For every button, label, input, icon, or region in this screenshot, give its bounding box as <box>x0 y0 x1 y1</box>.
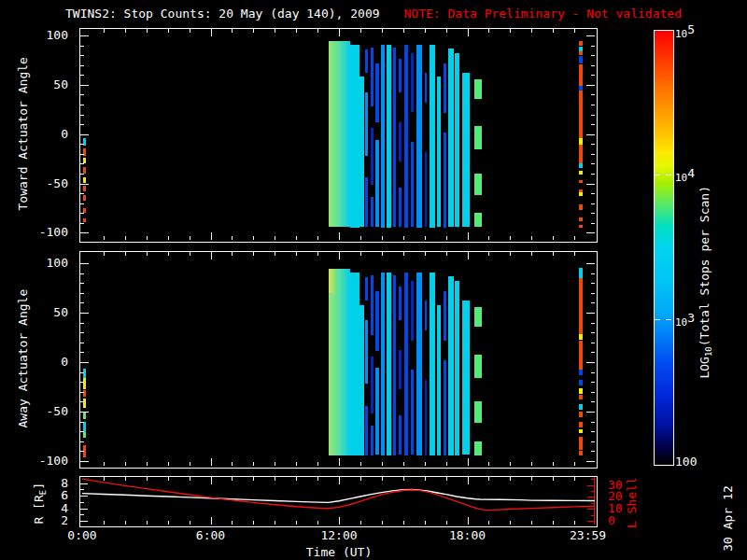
y-tick <box>80 94 84 95</box>
spectrogram-stripe <box>387 45 391 228</box>
spectrogram-stripe <box>371 197 374 227</box>
spectrogram-stripe <box>437 305 441 455</box>
angle-tick-label: -50 <box>47 404 68 418</box>
x-tick <box>403 252 404 256</box>
angle-tick-label: 50 <box>53 77 68 91</box>
y-tick <box>80 124 84 125</box>
y-tick <box>80 382 84 383</box>
y-tick <box>591 401 595 402</box>
x-tick <box>253 252 254 256</box>
x-tick <box>147 29 148 33</box>
spectrogram-block <box>329 269 336 292</box>
x-tick <box>275 29 275 33</box>
spectrogram-stripe <box>83 369 86 378</box>
y-tick <box>80 55 84 56</box>
spectrogram-stripe <box>430 45 435 228</box>
angle-tick-label: 0 <box>61 127 68 141</box>
spectrogram-stripe <box>579 217 583 221</box>
spectrogram-stripe <box>579 225 583 228</box>
y-tick <box>591 451 595 452</box>
y-tick <box>80 401 84 402</box>
y-tick <box>591 441 595 442</box>
y-tick <box>591 422 595 423</box>
spectrogram-stripe <box>83 186 86 191</box>
colorbar <box>654 30 674 466</box>
y-tick <box>591 65 595 66</box>
y-tick <box>80 46 84 47</box>
spectrogram-stripe <box>359 77 364 227</box>
x-tick <box>468 232 469 240</box>
y-tick <box>591 94 595 95</box>
spectrogram-stripe <box>462 301 470 455</box>
y-tick <box>80 85 89 86</box>
y-tick <box>80 362 89 363</box>
spectrogram-stripe <box>411 142 414 227</box>
y-tick <box>80 313 89 314</box>
l-tick-label: 0 <box>608 513 615 527</box>
x-tick <box>382 29 383 33</box>
colorbar-axis-label: LOG10(Total Stops per Scan) <box>698 182 717 382</box>
spectrogram-stripe <box>579 395 583 399</box>
x-tick <box>232 236 233 240</box>
spectrogram-stripe <box>474 213 482 227</box>
spectrogram-stripe <box>371 426 374 455</box>
y-tick <box>80 343 84 343</box>
x-tick <box>125 29 126 33</box>
y-tick <box>591 293 595 294</box>
spectrogram-stripe <box>579 404 583 410</box>
x-tick <box>553 236 554 240</box>
spectrogram-stripe <box>579 278 583 334</box>
spectrogram-stripe <box>430 273 435 455</box>
angle-tick-label: 100 <box>47 28 68 42</box>
spectrogram-stripe <box>365 320 368 384</box>
y-tick <box>80 422 84 423</box>
x-tick <box>104 29 105 33</box>
spectrogram-stripe <box>365 177 368 227</box>
angle-tick-label: -100 <box>39 454 68 468</box>
l-shell-axis-label: L Shell <box>625 475 639 531</box>
y-tick <box>80 392 84 393</box>
x-tick <box>510 29 511 33</box>
y-tick <box>80 283 84 284</box>
spectrogram-stripe <box>371 357 374 413</box>
spectrogram-stripe <box>579 412 583 417</box>
y-tick <box>591 203 595 204</box>
spectrogram-stripe <box>399 350 402 389</box>
spectrogram-stripe <box>393 48 396 227</box>
y-tick <box>586 313 595 314</box>
colorbar-tick <box>655 175 660 175</box>
spectrogram-stripe <box>579 64 583 86</box>
y-tick <box>591 352 595 353</box>
spectrogram-stripe <box>455 53 459 227</box>
spectrogram-stripe <box>444 133 446 228</box>
spectrogram-stripe <box>474 174 482 195</box>
x-tick <box>468 29 469 36</box>
spectrogram-stripe <box>411 370 414 455</box>
x-tick <box>510 236 511 240</box>
y-tick <box>80 203 84 204</box>
spectrogram-stripe <box>444 360 446 455</box>
spectrogram-stripe <box>474 401 482 423</box>
plot-title: TWINS2: Stop Counts: 20 May (day 140), 2… <box>65 7 380 21</box>
y-tick <box>80 213 84 214</box>
y-tick <box>591 392 595 393</box>
x-tick <box>488 252 489 256</box>
x-tick <box>531 29 532 33</box>
spectrogram-stripe <box>83 399 86 408</box>
y-tick <box>80 273 84 274</box>
x-tick <box>125 252 126 256</box>
spectrogram-stripe <box>448 49 454 227</box>
x-tick <box>446 29 447 33</box>
y-tick <box>80 412 89 413</box>
spectrogram-stripe <box>404 273 408 455</box>
y-tick <box>80 323 84 324</box>
l-shell-line <box>82 479 595 511</box>
spectrogram-stripe <box>579 91 583 138</box>
y-tick <box>80 332 84 333</box>
y-tick <box>591 273 595 274</box>
x-tick <box>468 458 469 466</box>
x-tick <box>190 462 190 466</box>
spectrogram-stripe <box>474 441 482 455</box>
y-tick <box>591 124 595 125</box>
x-tick <box>425 252 426 256</box>
